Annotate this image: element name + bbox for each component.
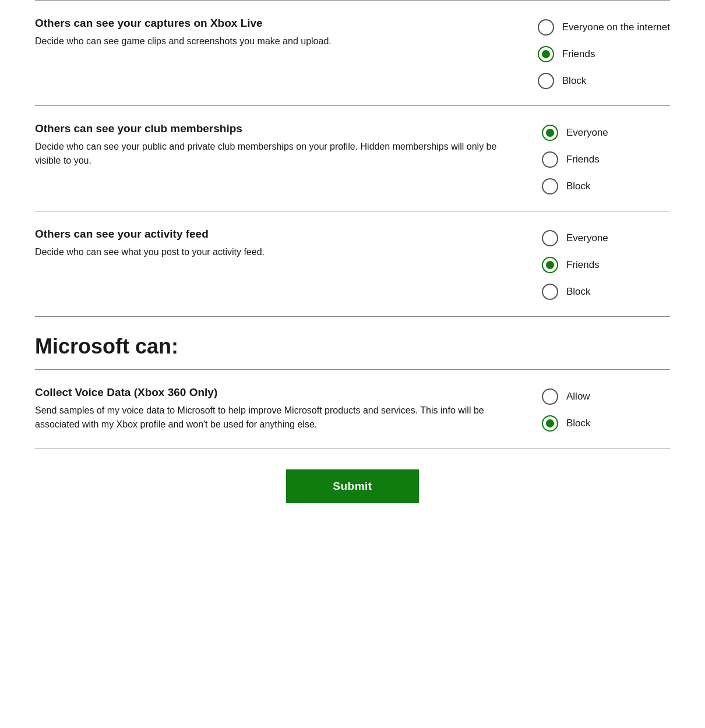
captures-title: Others can see your captures on Xbox Liv… <box>35 17 514 30</box>
club-memberships-setting-row: Others can see your club memberships Dec… <box>35 106 670 211</box>
captures-label-everyone-internet: Everyone on the internet <box>562 22 670 33</box>
activity-feed-option-block[interactable]: Block <box>542 284 670 300</box>
microsoft-section-header: Microsoft can: <box>35 317 670 369</box>
club-memberships-radio-block[interactable] <box>542 178 558 195</box>
captures-option-everyone-internet[interactable]: Everyone on the internet <box>538 19 670 36</box>
activity-feed-description: Others can see your activity feed Decide… <box>35 228 542 259</box>
activity-feed-radio-everyone[interactable] <box>542 230 558 246</box>
activity-feed-title: Others can see your activity feed <box>35 228 519 241</box>
club-memberships-radio-everyone[interactable] <box>542 125 558 141</box>
captures-radio-everyone-internet[interactable] <box>538 19 554 36</box>
captures-radio-block[interactable] <box>538 73 554 89</box>
voice-data-title: Collect Voice Data (Xbox 360 Only) <box>35 386 519 399</box>
captures-option-block[interactable]: Block <box>538 73 670 89</box>
submit-container: Submit <box>35 448 670 526</box>
captures-text: Decide who can see game clips and screen… <box>35 36 332 46</box>
activity-feed-radio-block[interactable] <box>542 284 558 300</box>
club-memberships-options: Everyone Friends Block <box>542 122 670 195</box>
voice-data-setting-row: Collect Voice Data (Xbox 360 Only) Send … <box>35 370 670 448</box>
club-memberships-option-block[interactable]: Block <box>542 178 670 195</box>
activity-feed-option-friends[interactable]: Friends <box>542 257 670 273</box>
captures-options: Everyone on the internet Friends Block <box>538 17 670 89</box>
voice-data-option-allow[interactable]: Allow <box>542 388 670 405</box>
voice-data-text: Send samples of my voice data to Microso… <box>35 405 484 429</box>
club-memberships-radio-friends[interactable] <box>542 151 558 168</box>
voice-data-label-allow: Allow <box>566 391 590 402</box>
activity-feed-option-everyone[interactable]: Everyone <box>542 230 670 246</box>
activity-feed-setting-row: Others can see your activity feed Decide… <box>35 211 670 317</box>
club-memberships-title: Others can see your club memberships <box>35 122 519 135</box>
club-memberships-label-everyone: Everyone <box>566 127 608 139</box>
voice-data-radio-allow[interactable] <box>542 388 558 405</box>
club-memberships-description: Others can see your club memberships Dec… <box>35 122 542 168</box>
voice-data-radio-block[interactable] <box>542 415 558 432</box>
club-memberships-text: Decide who can see your public and priva… <box>35 142 496 165</box>
club-memberships-option-everyone[interactable]: Everyone <box>542 125 670 141</box>
activity-feed-options: Everyone Friends Block <box>542 228 670 300</box>
club-memberships-label-block: Block <box>566 181 591 192</box>
captures-option-friends[interactable]: Friends <box>538 46 670 62</box>
activity-feed-label-everyone: Everyone <box>566 232 608 244</box>
voice-data-label-block: Block <box>566 418 591 429</box>
activity-feed-label-friends: Friends <box>566 259 600 271</box>
activity-feed-text: Decide who can see what you post to your… <box>35 247 265 257</box>
captures-setting-row: Others can see your captures on Xbox Liv… <box>35 1 670 106</box>
submit-button[interactable]: Submit <box>286 469 418 503</box>
voice-data-option-block[interactable]: Block <box>542 415 670 432</box>
microsoft-section-title: Microsoft can: <box>35 317 670 369</box>
captures-radio-friends[interactable] <box>538 46 554 62</box>
voice-data-options: Allow Block <box>542 386 670 432</box>
club-memberships-label-friends: Friends <box>566 154 600 165</box>
captures-description: Others can see your captures on Xbox Liv… <box>35 17 538 48</box>
club-memberships-option-friends[interactable]: Friends <box>542 151 670 168</box>
captures-label-block: Block <box>562 75 587 87</box>
voice-data-description: Collect Voice Data (Xbox 360 Only) Send … <box>35 386 542 432</box>
activity-feed-label-block: Block <box>566 286 591 298</box>
captures-label-friends: Friends <box>562 48 595 60</box>
activity-feed-radio-friends[interactable] <box>542 257 558 273</box>
